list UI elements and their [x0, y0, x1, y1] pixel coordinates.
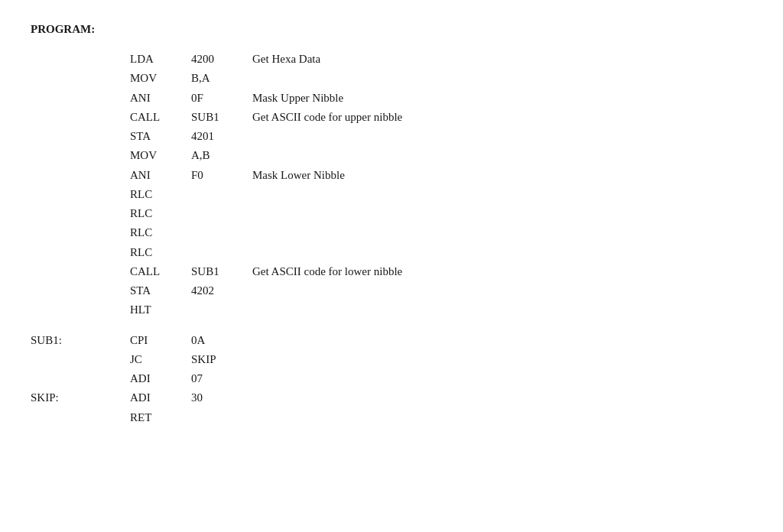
row-label: SUB1:	[31, 331, 130, 350]
row-label	[31, 89, 130, 108]
row-label	[31, 350, 130, 369]
row-operand	[191, 185, 252, 204]
row-comment: Mask Lower Nibble	[252, 166, 402, 185]
row-mnemonic: RLC	[130, 204, 191, 223]
row-comment: Get ASCII code for upper nibble	[252, 108, 402, 127]
program-table: LDA4200Get Hexa DataMOVB,AANI0FMask Uppe…	[31, 50, 402, 427]
row-label	[31, 300, 130, 320]
table-row: LDA4200Get Hexa Data	[31, 50, 402, 69]
row-comment	[252, 369, 402, 388]
row-comment	[252, 243, 402, 262]
row-operand: 30	[191, 388, 252, 407]
row-comment	[252, 388, 402, 407]
row-label	[31, 69, 130, 88]
row-operand: SUB1	[191, 262, 252, 281]
row-label	[31, 408, 130, 427]
table-row: ANIF0Mask Lower Nibble	[31, 166, 402, 185]
row-label	[31, 146, 130, 165]
row-mnemonic: ANI	[130, 166, 191, 185]
table-row: CALLSUB1Get ASCII code for lower nibble	[31, 262, 402, 281]
row-operand: 07	[191, 369, 252, 388]
table-row: ADI07	[31, 369, 402, 388]
table-row: STA4202	[31, 281, 402, 300]
row-mnemonic: ADI	[130, 369, 191, 388]
row-mnemonic: CALL	[130, 108, 191, 127]
row-label	[31, 108, 130, 127]
row-label	[31, 166, 130, 185]
row-comment: Mask Upper Nibble	[252, 89, 402, 108]
table-row: RET	[31, 408, 402, 427]
row-operand: 4201	[191, 127, 252, 146]
row-mnemonic: ANI	[130, 89, 191, 108]
table-row: RLC	[31, 223, 402, 242]
table-row: MOVA,B	[31, 146, 402, 165]
row-comment	[252, 223, 402, 242]
row-comment	[252, 69, 402, 88]
row-comment	[252, 185, 402, 204]
row-operand	[191, 204, 252, 223]
row-comment	[252, 204, 402, 223]
row-operand	[191, 223, 252, 242]
row-comment: Get Hexa Data	[252, 50, 402, 69]
row-label	[31, 262, 130, 281]
row-operand: 4202	[191, 281, 252, 300]
row-operand	[191, 408, 252, 427]
row-label	[31, 223, 130, 242]
row-label	[31, 50, 130, 69]
row-operand: 4200	[191, 50, 252, 69]
row-operand	[191, 300, 252, 320]
row-comment	[252, 300, 402, 320]
row-label: SKIP:	[31, 388, 130, 407]
row-label	[31, 204, 130, 223]
row-label	[31, 281, 130, 300]
row-mnemonic: JC	[130, 350, 191, 369]
program-heading: PROGRAM:	[31, 23, 752, 36]
row-mnemonic: RLC	[130, 185, 191, 204]
row-comment	[252, 281, 402, 300]
row-operand: 0A	[191, 331, 252, 350]
row-mnemonic: ADI	[130, 388, 191, 407]
row-comment	[252, 127, 402, 146]
row-comment	[252, 350, 402, 369]
row-mnemonic: CALL	[130, 262, 191, 281]
row-mnemonic: RLC	[130, 243, 191, 262]
row-mnemonic: STA	[130, 281, 191, 300]
row-label	[31, 185, 130, 204]
row-operand: 0F	[191, 89, 252, 108]
row-label	[31, 243, 130, 262]
row-operand: SKIP	[191, 350, 252, 369]
table-row: RLC	[31, 243, 402, 262]
row-operand	[191, 243, 252, 262]
row-mnemonic: MOV	[130, 146, 191, 165]
table-row: MOVB,A	[31, 69, 402, 88]
table-row: HLT	[31, 300, 402, 320]
row-label	[31, 369, 130, 388]
table-row: JCSKIP	[31, 350, 402, 369]
row-operand: F0	[191, 166, 252, 185]
row-mnemonic: RLC	[130, 223, 191, 242]
table-row: RLC	[31, 185, 402, 204]
row-operand: B,A	[191, 69, 252, 88]
row-operand: SUB1	[191, 108, 252, 127]
row-comment: Get ASCII code for lower nibble	[252, 262, 402, 281]
table-row: CALLSUB1Get ASCII code for upper nibble	[31, 108, 402, 127]
row-comment	[252, 408, 402, 427]
row-comment	[252, 331, 402, 350]
row-mnemonic: MOV	[130, 69, 191, 88]
row-mnemonic: RET	[130, 408, 191, 427]
row-mnemonic: STA	[130, 127, 191, 146]
table-row: ANI0FMask Upper Nibble	[31, 89, 402, 108]
row-mnemonic: CPI	[130, 331, 191, 350]
row-operand: A,B	[191, 146, 252, 165]
row-mnemonic: HLT	[130, 300, 191, 320]
table-row: SKIP:ADI30	[31, 388, 402, 407]
row-label	[31, 127, 130, 146]
table-row: SUB1:CPI0A	[31, 331, 402, 350]
row-comment	[252, 146, 402, 165]
row-mnemonic: LDA	[130, 50, 191, 69]
table-row: STA4201	[31, 127, 402, 146]
table-row: RLC	[31, 204, 402, 223]
